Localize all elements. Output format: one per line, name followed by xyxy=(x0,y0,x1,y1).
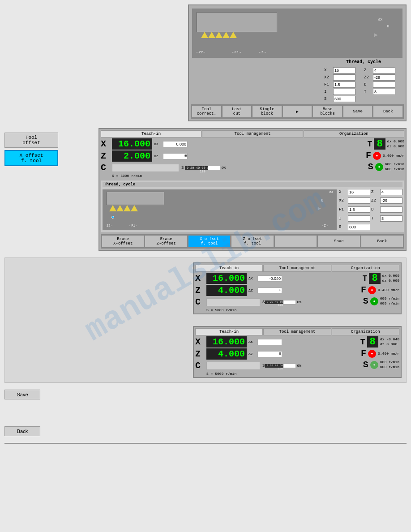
diagram-z2-label: ←Z2→ xyxy=(197,50,205,54)
middle-readout-area: X 16.000 ΔX Z 2.000 ΔZ ⊞ C xyxy=(101,138,404,179)
tsf-f1: F1 xyxy=(339,206,370,214)
x-offset-f-tool-btn[interactable]: X offsetf. tool xyxy=(188,235,231,248)
lower2-feed-val: 0.400 mm/r xyxy=(378,352,399,356)
thread-sub-header-mid: Thread, cycle xyxy=(103,182,402,187)
lower2-bar-label: 0 20 40 60 80 100 120 xyxy=(265,364,295,370)
spindle-bar-label: 0 20 40 60 80 100 120 xyxy=(185,166,220,173)
dx-input[interactable] xyxy=(163,141,188,147)
tsf-i-in[interactable] xyxy=(348,215,370,222)
tsf-d-lbl: D xyxy=(371,207,379,212)
thread-sub-mid: Thread, cycle U ←Z2→ ←F1→ ←Z→ ▶ xyxy=(101,180,404,233)
diagram-u-label: U xyxy=(387,24,389,28)
tsf-s-in[interactable] xyxy=(348,224,370,230)
lower1-dx-dz: dx 0.000 dz 0.000 xyxy=(382,274,399,283)
lower1-c-in[interactable] xyxy=(206,298,260,306)
tsf-x-in[interactable] xyxy=(348,189,370,195)
lower1-dx-in[interactable] xyxy=(257,275,282,282)
mid-back-btn[interactable]: Back xyxy=(361,235,403,248)
tc-z2-input[interactable] xyxy=(373,74,395,81)
top-left-spacer xyxy=(4,4,184,121)
lower1-tab-org[interactable]: Organization xyxy=(332,265,399,272)
x-axis-value: 16.000 xyxy=(112,138,152,150)
lower1-readout: X 16.000 ΔX Z 4.000 ΔZ ⊞ xyxy=(195,273,399,312)
tool-info-mid: T 8 dx 0.000 dz 0.000 F ● 0.400 mm/r S xyxy=(355,138,404,179)
mid-save-btn[interactable]: Save xyxy=(317,235,360,248)
z-offset-f-tool-btn[interactable]: Z offsetf. tool xyxy=(231,235,274,248)
tsf-f1-in[interactable] xyxy=(348,206,370,213)
tc-f1-input[interactable] xyxy=(333,82,355,88)
base-blocks-btn[interactable]: Baseblocks xyxy=(313,105,342,118)
lower1-rpm-vals: 600 r/min 600 r/min xyxy=(380,296,399,306)
sd-tooth-2 xyxy=(116,205,124,211)
tc-d-input[interactable] xyxy=(373,82,395,88)
dz-label: ΔZ xyxy=(154,154,163,158)
lower1-tab-teach-in[interactable]: Teach-in xyxy=(195,265,263,272)
c-axis-input[interactable] xyxy=(112,164,179,172)
tsf-f1-lbl: F1 xyxy=(339,207,347,212)
lower2-tab-org[interactable]: Organization xyxy=(332,328,399,335)
erase-x-btn[interactable]: EraseX-offset xyxy=(102,235,144,248)
mid-empty-btn[interactable] xyxy=(274,235,317,248)
lower1-dz-in[interactable] xyxy=(257,287,282,294)
lower2-bar-container: 0 20 40 60 80 100 120 xyxy=(265,364,296,368)
tool-correct-btn[interactable]: Toolcorrect. xyxy=(192,105,222,118)
sd-workpiece xyxy=(106,192,164,205)
sd-u-label: U xyxy=(321,198,323,202)
tc-x-input[interactable] xyxy=(333,67,355,73)
top-back-btn[interactable]: Back xyxy=(373,105,403,118)
lower2-dz-val: dz 0.000 xyxy=(380,342,399,347)
c-axis-label: C xyxy=(101,163,112,173)
z-axis-label: Z xyxy=(101,151,112,161)
tc-x-field: X xyxy=(324,67,363,73)
lower2-tab-tool-mgmt[interactable]: Tool management xyxy=(263,328,331,335)
tab-org-mid[interactable]: Organization xyxy=(304,130,404,137)
tc-f1-label: F1 xyxy=(324,82,332,87)
lower2-rpm1: 600 r/min xyxy=(380,360,399,365)
tsf-t-in[interactable] xyxy=(380,215,402,222)
middle-cnc-panel: Teach-in Tool management Organization X … xyxy=(98,128,407,251)
top-save-btn[interactable]: Save xyxy=(343,105,373,118)
tc-z-field: Z xyxy=(364,67,403,73)
tsf-d-in[interactable] xyxy=(380,206,402,213)
lower2-z-lbl: Z xyxy=(195,349,206,359)
tsf-z-in[interactable] xyxy=(380,189,402,195)
lower2-feed-row: F ● 0.400 mm/r xyxy=(361,348,399,359)
lower2-x-val: 16.000 xyxy=(206,336,247,348)
tsf-i-lbl: I xyxy=(339,216,347,221)
top-thread-area: Thread, cycle X Z X2 Z2 xyxy=(191,59,404,103)
lower2-tab-teach-in[interactable]: Teach-in xyxy=(195,328,263,335)
tc-x2-input[interactable] xyxy=(333,74,355,81)
erase-z-btn[interactable]: EraseZ-offset xyxy=(145,235,187,248)
tsf-z2-in[interactable] xyxy=(380,197,402,204)
lower2-c-in[interactable] xyxy=(206,362,260,370)
tc-s-input[interactable] xyxy=(333,96,355,102)
back-button[interactable]: Back xyxy=(4,426,40,436)
tsf-x2-in[interactable] xyxy=(348,197,370,204)
tc-s-label: S xyxy=(324,97,332,101)
diagram-z-label: ←Z→ xyxy=(259,50,265,54)
lower1-pct: 0% xyxy=(297,300,301,304)
save-button[interactable]: Save xyxy=(4,390,40,399)
single-block-btn[interactable]: Singleblock xyxy=(252,105,282,118)
tab-tool-mgmt-mid[interactable]: Tool management xyxy=(202,130,303,137)
lower1-tab-tool-mgmt[interactable]: Tool management xyxy=(263,265,331,272)
lower2-rpm-display: S = 5000 r/min xyxy=(206,372,348,376)
tc-z2-field: Z2 xyxy=(364,74,403,81)
tsf-x2: X2 xyxy=(339,197,370,205)
lower-section: Teach-in Tool management Organization X … xyxy=(4,257,407,383)
tab-teach-in-mid[interactable]: Teach-in xyxy=(101,130,201,137)
tc-z-input[interactable] xyxy=(373,67,395,73)
last-cut-btn[interactable]: Lastcut xyxy=(222,105,252,118)
tc-t-input[interactable] xyxy=(373,89,395,95)
middle-tabs: Teach-in Tool management Organization xyxy=(101,130,404,137)
play-btn[interactable]: ▶ xyxy=(283,105,313,118)
dz-input[interactable] xyxy=(163,153,188,159)
tsf-s-lbl: S xyxy=(339,225,347,229)
tsf-z-lbl: Z xyxy=(371,190,379,194)
tc-i-input[interactable] xyxy=(333,89,355,95)
sd-tooth-1 xyxy=(109,205,116,211)
lower2-dz-in[interactable] xyxy=(257,351,282,357)
lower2-dx-in[interactable] xyxy=(257,339,282,345)
lower1-z-row: Z 4.000 ΔZ ⊞ xyxy=(195,285,348,296)
lower2-x-lbl: X xyxy=(195,337,206,347)
